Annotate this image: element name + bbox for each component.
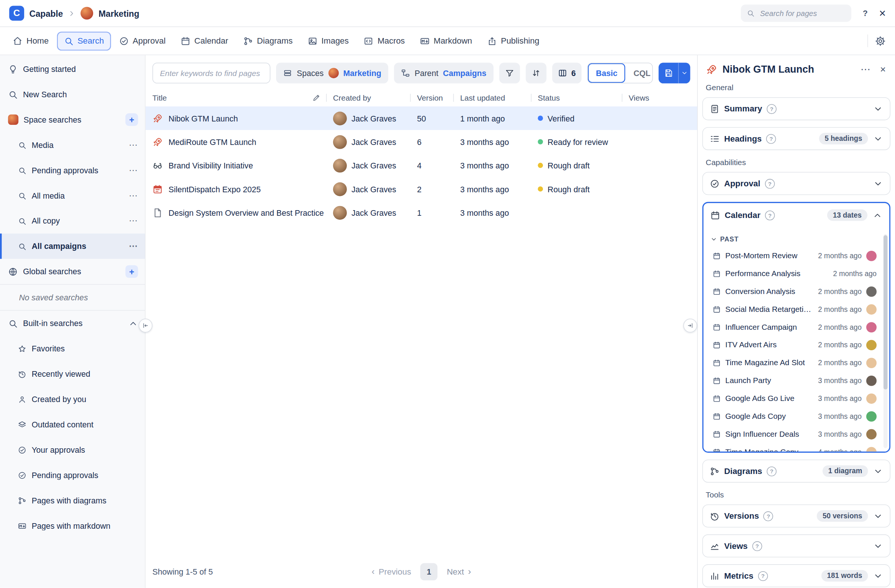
calendar-event[interactable]: Time Magazine Copy 4 months ago (708, 443, 887, 452)
calendar-event[interactable]: Google Ads Go Live 3 months ago (708, 389, 887, 407)
table-row[interactable]: Brand Visibility Initiative Jack Graves … (146, 153, 697, 177)
card-metrics[interactable]: Metrics ? 181 words (702, 564, 890, 587)
calendar-group-past[interactable]: PAST (708, 232, 887, 247)
chevron-down-icon[interactable] (873, 571, 883, 580)
sidebar-item-pages-with-diagrams[interactable]: Pages with diagrams (0, 488, 145, 513)
chevron-down-icon[interactable] (873, 511, 883, 521)
save-search-button[interactable] (658, 63, 678, 83)
close-icon[interactable]: × (879, 8, 886, 19)
sidebar-item-getting-started[interactable]: Getting started (0, 56, 145, 82)
calendar-event[interactable]: Time Magazine Ad Slot 2 months ago (708, 354, 887, 371)
sidebar-item-all-copy[interactable]: All copy ⋯ (0, 208, 145, 233)
add-global-search-button[interactable]: + (126, 265, 138, 278)
mode-cql-button[interactable]: CQL (626, 63, 653, 83)
table-row[interactable]: SilentDispatch Expo 2025 Jack Graves 2 3… (146, 177, 697, 200)
previous-page-button[interactable]: ‹ Previous (372, 567, 411, 577)
more-options-icon[interactable]: ⋯ (129, 241, 138, 252)
card-views[interactable]: Views ? (702, 534, 890, 558)
breadcrumb-space-name[interactable]: Marketing (99, 8, 140, 18)
chevron-down-icon[interactable] (873, 466, 883, 476)
sidebar-item-pages-with-markdown[interactable]: Pages with markdown (0, 513, 145, 538)
help-icon[interactable]: ? (765, 210, 775, 220)
chevron-down-icon[interactable] (873, 104, 883, 114)
next-page-button[interactable]: Next › (447, 567, 471, 577)
table-row[interactable]: MediRoute GTM Launch Jack Graves 6 3 mon… (146, 130, 697, 153)
table-row[interactable]: Design System Overview and Best Practice… (146, 201, 697, 224)
column-header-title[interactable]: Title (152, 89, 326, 106)
help-button[interactable]: ? (859, 6, 872, 20)
sidebar-group-built-in-searches[interactable]: Built-in searches (0, 311, 145, 336)
sidebar-group-space-searches[interactable]: Space searches + (0, 107, 145, 132)
gear-icon[interactable] (875, 35, 886, 46)
help-icon[interactable]: ? (767, 466, 777, 476)
column-header-last-updated[interactable]: Last updated (453, 89, 531, 106)
global-search-input[interactable] (759, 8, 846, 18)
chevron-up-icon[interactable] (128, 318, 138, 328)
sidebar-collapse-handle[interactable] (139, 318, 152, 332)
card-headings[interactable]: Headings ? 5 headings (702, 127, 890, 150)
page-number-button[interactable]: 1 (420, 564, 437, 580)
card-versions[interactable]: Versions ? 50 versions (702, 505, 890, 527)
calendar-event[interactable]: Performance Analysis 2 months ago (708, 265, 887, 282)
add-space-search-button[interactable]: + (126, 113, 138, 126)
nav-item-calendar[interactable]: Calendar (174, 31, 235, 50)
filter-button[interactable] (499, 63, 520, 83)
more-options-icon[interactable]: ⋯ (129, 140, 138, 150)
scrollbar-thumb[interactable] (883, 235, 887, 389)
nav-item-diagrams[interactable]: Diagrams (236, 31, 300, 50)
sidebar-item-new-search[interactable]: New Search (0, 82, 145, 107)
calendar-event[interactable]: Influencer Campaign 2 months ago (708, 318, 887, 336)
nav-item-macros[interactable]: Macros (357, 31, 412, 50)
nav-item-search[interactable]: Search (57, 31, 111, 50)
help-icon[interactable]: ? (752, 541, 762, 551)
calendar-event[interactable]: ITV Advert Airs 2 months ago (708, 336, 887, 354)
nav-item-home[interactable]: Home (6, 31, 56, 50)
save-options-button[interactable] (679, 63, 690, 83)
chevron-down-icon[interactable] (873, 541, 883, 551)
card-summary[interactable]: Summary ? (702, 97, 890, 120)
chevron-down-icon[interactable] (873, 134, 883, 144)
nav-item-approval[interactable]: Approval (112, 31, 172, 50)
card-diagrams[interactable]: Diagrams ? 1 diagram (702, 459, 890, 483)
sidebar-item-all-campaigns[interactable]: All campaigns ⋯ (0, 233, 145, 259)
column-header-status[interactable]: Status (531, 89, 622, 106)
scrollbar-track[interactable] (883, 234, 887, 448)
sidebar-group-global-searches[interactable]: Global searches + (0, 259, 145, 284)
global-search-box[interactable] (741, 5, 851, 21)
help-icon[interactable]: ? (763, 511, 773, 521)
nav-item-images[interactable]: Images (301, 31, 356, 50)
more-options-icon[interactable]: ⋯ (129, 190, 138, 201)
card-approval[interactable]: Approval ? (702, 172, 890, 195)
help-icon[interactable]: ? (758, 571, 768, 580)
help-icon[interactable]: ? (767, 104, 777, 114)
sidebar-item-pending-approvals[interactable]: Pending approvals ⋯ (0, 158, 145, 183)
more-options-icon[interactable]: ⋯ (129, 165, 138, 176)
table-row[interactable]: Nibok GTM Launch Jack Graves 50 1 month … (146, 106, 697, 130)
more-options-icon[interactable]: ⋯ (858, 63, 873, 75)
column-header-created-by[interactable]: Created by (326, 89, 410, 106)
nav-item-publishing[interactable]: Publishing (480, 31, 546, 50)
calendar-event[interactable]: Launch Party 3 months ago (708, 371, 887, 389)
column-header-views[interactable]: Views (622, 89, 697, 106)
calendar-event[interactable]: Social Media Retargeti… 2 months ago (708, 300, 887, 318)
more-options-icon[interactable]: ⋯ (129, 216, 138, 226)
columns-button[interactable]: 6 (552, 63, 581, 83)
sidebar-item-pending-approvals-builtin[interactable]: Pending approvals (0, 462, 145, 488)
calendar-card-header[interactable]: Calendar ? 13 dates (704, 203, 889, 227)
keyword-search-input[interactable] (152, 63, 270, 83)
sidebar-item-outdated-content[interactable]: Outdated content (0, 412, 145, 437)
app-logo[interactable]: C (9, 6, 24, 21)
spaces-filter-chip[interactable]: Spaces Marketing (276, 63, 388, 83)
sidebar-item-recently-viewed[interactable]: Recently viewed (0, 361, 145, 386)
help-icon[interactable]: ? (765, 179, 775, 188)
calendar-event[interactable]: Google Ads Copy 3 months ago (708, 407, 887, 425)
nav-item-markdown[interactable]: Markdown (413, 31, 479, 50)
close-icon[interactable]: × (878, 63, 888, 75)
pencil-icon[interactable] (312, 94, 320, 102)
mode-basic-button[interactable]: Basic (588, 63, 626, 83)
sidebar-item-your-approvals[interactable]: Your approvals (0, 437, 145, 462)
calendar-event[interactable]: Conversion Analysis 2 months ago (708, 282, 887, 300)
chevron-down-icon[interactable] (873, 179, 883, 188)
calendar-event[interactable]: Post-Mortem Review 2 months ago (708, 247, 887, 265)
column-header-version[interactable]: Version (410, 89, 454, 106)
